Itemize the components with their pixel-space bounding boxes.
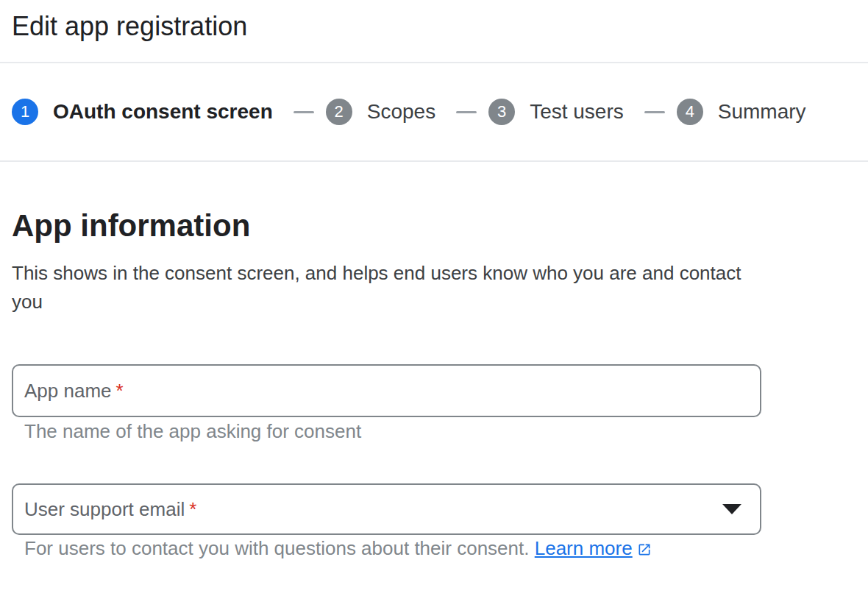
step-label: Scopes	[367, 100, 435, 124]
page-title: Edit app registration	[12, 9, 856, 44]
app-name-helper-text: The name of the app asking for consent	[24, 420, 760, 442]
app-name-field[interactable]: App name*	[12, 364, 761, 417]
step-separator	[456, 111, 477, 113]
support-email-helper-text: For users to contact you with questions …	[24, 537, 760, 559]
dropdown-arrow-icon	[722, 504, 741, 514]
required-asterisk: *	[116, 380, 124, 402]
external-link-icon	[637, 542, 652, 557]
step-label: Summary	[718, 100, 806, 124]
step-summary[interactable]: 4 Summary	[677, 99, 806, 125]
step-separator	[644, 111, 665, 113]
form-section: App information This shows in the consen…	[0, 207, 868, 559]
user-support-email-label: User support email*	[24, 498, 196, 521]
step-label: Test users	[530, 100, 624, 124]
step-test-users[interactable]: 3 Test users	[488, 99, 624, 125]
step-number-badge: 1	[12, 99, 38, 125]
wizard-stepper: 1 OAuth consent screen 2 Scopes 3 Test u…	[0, 63, 868, 160]
step-label: OAuth consent screen	[53, 100, 273, 124]
required-asterisk: *	[189, 498, 196, 520]
step-number-badge: 3	[488, 99, 515, 125]
support-email-helper-body: For users to contact you with questions …	[24, 537, 530, 559]
section-heading: App information	[12, 207, 856, 244]
app-name-label: App name*	[24, 380, 124, 402]
page-header: Edit app registration	[0, 0, 868, 44]
step-oauth-consent-screen[interactable]: 1 OAuth consent screen	[12, 99, 273, 125]
user-support-email-select[interactable]: User support email*	[12, 483, 761, 535]
divider	[0, 160, 868, 162]
step-separator	[294, 111, 314, 113]
step-scopes[interactable]: 2 Scopes	[326, 99, 435, 125]
learn-more-link[interactable]: Learn more	[535, 537, 652, 559]
section-description: This shows in the consent screen, and he…	[12, 259, 751, 316]
step-number-badge: 4	[677, 99, 703, 125]
step-number-badge: 2	[326, 99, 352, 125]
